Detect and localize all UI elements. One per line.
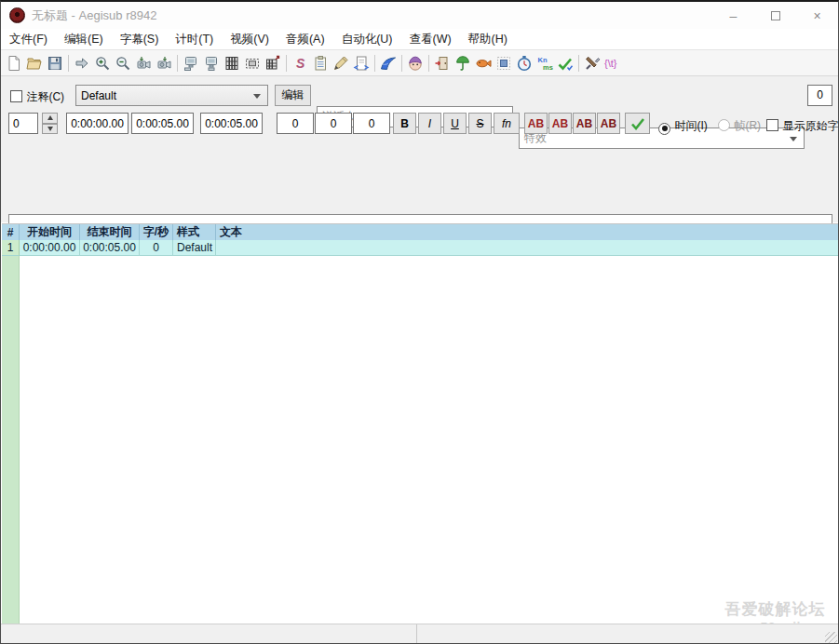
subtitle-grid: # 开始时间 结束时间 字/秒 样式 文本 1 0:00:00.00 0:00:… bbox=[2, 223, 839, 624]
styling-assistant-icon[interactable] bbox=[405, 53, 426, 74]
col-text[interactable]: 文本 bbox=[216, 224, 839, 240]
close-button[interactable]: × bbox=[796, 2, 838, 29]
col-start-time[interactable]: 开始时间 bbox=[20, 224, 80, 240]
snap-end-video-icon[interactable] bbox=[154, 53, 174, 74]
override-tag-glyph: {\t} bbox=[604, 58, 617, 69]
grid-index-column-strip bbox=[2, 256, 20, 624]
cell-text[interactable] bbox=[216, 240, 839, 256]
jump-to-icon[interactable] bbox=[72, 53, 92, 74]
edit-style-button[interactable]: 编辑 bbox=[275, 85, 311, 106]
col-cps[interactable]: 字/秒 bbox=[140, 224, 173, 240]
spell-checker-icon[interactable] bbox=[555, 53, 575, 74]
resample-green-icon[interactable] bbox=[453, 53, 473, 74]
grid-header: # 开始时间 结束时间 字/秒 样式 文本 bbox=[2, 224, 839, 240]
select-lines-icon[interactable] bbox=[494, 53, 514, 74]
layer-spinner[interactable] bbox=[42, 113, 58, 134]
show-original-checkbox[interactable]: 显示原始字幕 bbox=[766, 116, 839, 134]
radio-selected-icon[interactable] bbox=[658, 123, 670, 135]
shift-times-icon[interactable] bbox=[351, 53, 372, 74]
snap-start-video-icon[interactable] bbox=[133, 53, 154, 74]
style-dropdown[interactable]: Default bbox=[75, 85, 268, 106]
menu-automation[interactable]: 自动化(U) bbox=[333, 29, 401, 50]
menu-help[interactable]: 帮助(H) bbox=[460, 29, 516, 50]
strikeout-button[interactable]: S bbox=[468, 113, 492, 134]
keyframe-film-icon[interactable] bbox=[222, 53, 242, 74]
margin-left-input[interactable] bbox=[277, 113, 314, 134]
cell-end-time[interactable]: 0:00:05.00 bbox=[80, 240, 140, 256]
minimize-button[interactable]: – bbox=[712, 2, 754, 29]
show-original-checkbox-box[interactable] bbox=[766, 119, 778, 131]
layer-input[interactable] bbox=[8, 113, 38, 134]
new-file-icon[interactable] bbox=[4, 53, 24, 74]
timing-postprocessor-icon[interactable] bbox=[514, 53, 535, 74]
primary-color-button[interactable]: AB bbox=[524, 113, 548, 134]
menu-file[interactable]: 文件(F) bbox=[1, 29, 56, 50]
properties-icon[interactable] bbox=[310, 53, 331, 74]
table-row[interactable]: 1 0:00:00.00 0:00:05.00 0 Default bbox=[2, 240, 839, 256]
commit-button[interactable] bbox=[625, 113, 650, 134]
save-file-icon[interactable] bbox=[45, 53, 65, 74]
cell-start-time[interactable]: 0:00:00.00 bbox=[20, 240, 80, 256]
resize-grip[interactable] bbox=[825, 632, 837, 644]
status-left bbox=[1, 624, 417, 644]
styles-manager-glyph: S bbox=[296, 56, 305, 71]
zoom-in-icon[interactable] bbox=[92, 53, 113, 74]
zoom-out-icon[interactable] bbox=[113, 53, 133, 74]
translation-door-icon[interactable] bbox=[432, 53, 453, 74]
time-mode-radio[interactable]: 时间(I) bbox=[658, 116, 708, 135]
secondary-color-button[interactable]: AB bbox=[548, 113, 572, 134]
menu-bar: 文件(F) 编辑(E) 字幕(S) 计时(T) 视频(V) 音频(A) 自动化(… bbox=[1, 29, 838, 50]
comment-checkbox-box[interactable] bbox=[10, 90, 22, 102]
spin-down-button[interactable] bbox=[42, 124, 58, 135]
cell-cps[interactable]: 0 bbox=[140, 240, 173, 256]
snap-video-start-icon[interactable] bbox=[181, 53, 201, 74]
attachments-icon[interactable] bbox=[331, 53, 351, 74]
shadow-color-button[interactable]: AB bbox=[597, 113, 620, 134]
duration-input[interactable] bbox=[200, 113, 263, 134]
automation-icon[interactable] bbox=[378, 53, 399, 74]
translation-fish-icon[interactable] bbox=[473, 53, 494, 74]
kanji-timer-icon[interactable]: Knms bbox=[535, 53, 555, 74]
maximize-button[interactable] bbox=[754, 2, 796, 29]
col-index[interactable]: # bbox=[2, 224, 20, 240]
chevron-down-icon bbox=[790, 137, 797, 141]
cell-style[interactable]: Default bbox=[173, 240, 216, 256]
open-file-icon[interactable] bbox=[24, 53, 45, 74]
outline-color-button[interactable]: AB bbox=[573, 113, 596, 134]
col-style[interactable]: 样式 bbox=[173, 224, 216, 240]
commit-check-icon bbox=[630, 117, 645, 130]
end-time-input[interactable] bbox=[131, 113, 194, 134]
video-details-icon[interactable] bbox=[242, 53, 263, 74]
comment-checkbox[interactable]: 注释(C) bbox=[10, 87, 64, 105]
shift-frames-icon[interactable] bbox=[263, 53, 283, 74]
maximize-icon bbox=[771, 11, 780, 20]
menu-video[interactable]: 视频(V) bbox=[222, 29, 277, 50]
col-end-time[interactable]: 结束时间 bbox=[80, 224, 140, 240]
status-right bbox=[417, 624, 838, 644]
menu-timing[interactable]: 计时(T) bbox=[167, 29, 222, 50]
start-time-input[interactable] bbox=[66, 113, 129, 134]
margin-right-input[interactable] bbox=[315, 113, 352, 134]
chars-per-line-counter: 0 bbox=[807, 85, 832, 106]
override-tag-icon[interactable]: {\t} bbox=[602, 53, 630, 74]
italic-button[interactable]: I bbox=[418, 113, 441, 134]
frame-mode-radio: 帧(R) bbox=[718, 116, 761, 134]
underline-button[interactable]: U bbox=[443, 113, 467, 134]
snap-video-end-icon[interactable] bbox=[201, 53, 222, 74]
window-title: 无标题 - Aegisub r8942 bbox=[32, 7, 156, 24]
app-window: 无标题 - Aegisub r8942 – × 文件(F) 编辑(E) 字幕(S… bbox=[0, 0, 839, 644]
time-mode-label: 时间(I) bbox=[674, 119, 707, 132]
styles-manager-icon[interactable]: S bbox=[290, 53, 310, 74]
menu-view[interactable]: 查看(W) bbox=[400, 29, 459, 50]
menu-subtitle[interactable]: 字幕(S) bbox=[112, 29, 168, 50]
spin-up-button[interactable] bbox=[42, 113, 58, 124]
menu-edit[interactable]: 编辑(E) bbox=[56, 29, 112, 50]
window-controls: – × bbox=[712, 2, 838, 29]
options-icon[interactable] bbox=[582, 53, 602, 74]
bold-button[interactable]: B bbox=[393, 113, 416, 134]
margin-vertical-input[interactable] bbox=[353, 113, 390, 134]
menu-audio[interactable]: 音频(A) bbox=[277, 29, 333, 50]
font-button[interactable]: fn bbox=[494, 113, 520, 134]
show-original-label: 显示原始字幕 bbox=[782, 119, 839, 132]
cell-index[interactable]: 1 bbox=[2, 240, 20, 256]
